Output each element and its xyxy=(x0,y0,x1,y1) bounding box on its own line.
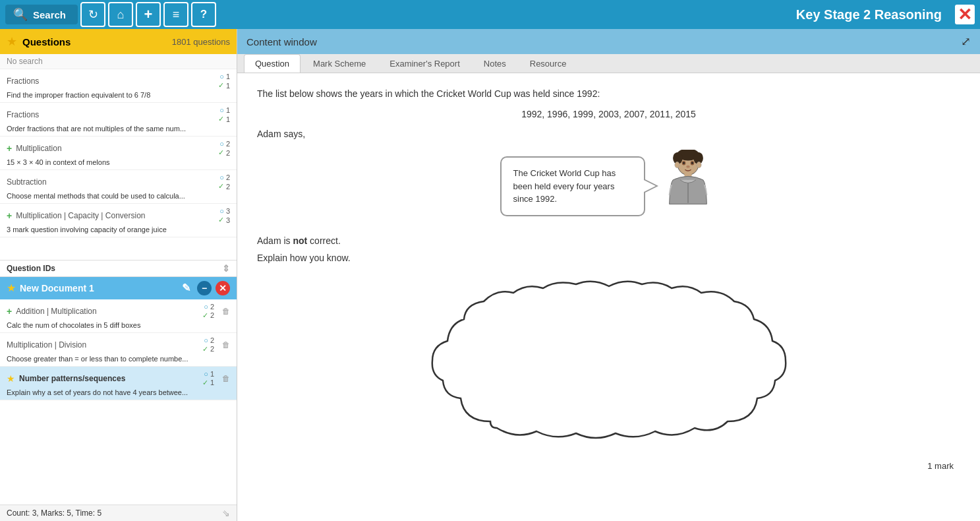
circle-count: 3 xyxy=(226,207,230,215)
delete-icon[interactable]: 🗑 xyxy=(222,374,230,383)
home-button[interactable]: ⌂ xyxy=(108,2,133,27)
check-icon: ✓ xyxy=(202,379,208,387)
circle-icon: ○ xyxy=(219,73,224,80)
add-button[interactable]: + xyxy=(136,2,161,27)
question-description: Order fractions that are not multiples o… xyxy=(7,125,230,133)
mark-row: 1 mark xyxy=(257,461,960,471)
list-item[interactable]: + Addition | Multiplication ○2 ✓2 🗑 Calc… xyxy=(0,299,237,333)
new-doc-star-icon: ★ xyxy=(7,282,16,294)
tab-notes[interactable]: Notes xyxy=(473,54,517,73)
list-item[interactable]: + Multiplication | Capacity | Conversion… xyxy=(0,204,237,237)
list-item[interactable]: + Multiplication ○2 ✓2 15 × 3 × 40 in co… xyxy=(0,137,237,170)
circle-icon: ○ xyxy=(204,336,208,344)
speech-area: The Cricket World Cup has been held ever… xyxy=(257,150,960,222)
circle-count: 2 xyxy=(210,303,214,311)
speech-bubble: The Cricket World Cup has been held ever… xyxy=(500,156,645,216)
delete-icon[interactable]: 🗑 xyxy=(222,340,230,350)
svg-point-8 xyxy=(686,166,690,168)
adam-says-text: Adam says, xyxy=(257,129,960,139)
category-label: Fractions xyxy=(7,110,39,119)
list-item[interactable]: Subtraction ○2 ✓2 Choose mental methods … xyxy=(0,170,237,204)
resize-corner[interactable]: ⇘ xyxy=(222,508,230,518)
no-search-label: No search xyxy=(0,54,237,69)
right-panel: Content window ⤢ Question Mark Scheme Ex… xyxy=(237,29,980,521)
expand-button[interactable]: ⤢ xyxy=(961,34,971,49)
category-label: Addition | Multiplication xyxy=(16,307,97,316)
category-label: Subtraction xyxy=(7,177,47,187)
adam-correct-text: Adam is not correct. xyxy=(257,235,960,246)
panel-footer: Count: 3, Marks: 5, Time: 5 ⇘ xyxy=(0,505,237,521)
list-button[interactable]: ≡ xyxy=(163,2,188,27)
category-label: Number patterns/sequences xyxy=(19,374,125,383)
edit-document-button[interactable]: ✎ xyxy=(179,281,193,295)
circle-icon: ○ xyxy=(219,106,224,114)
resize-handle[interactable]: ⇕ xyxy=(222,263,230,274)
question-ids-row: Question IDs ⇕ xyxy=(0,260,237,277)
question-intro: The list below shows the years in which … xyxy=(257,86,960,101)
svg-point-6 xyxy=(683,162,685,164)
question-ids-label: Question IDs xyxy=(7,264,55,273)
check-icon: ✓ xyxy=(202,345,208,353)
tab-question[interactable]: Question xyxy=(244,54,301,73)
circle-count: 2 xyxy=(226,140,230,148)
question-description: 3 mark question involving capacity of or… xyxy=(7,226,230,233)
plus-icon: + xyxy=(7,143,12,154)
check-count: 1 xyxy=(226,82,230,90)
circle-icon: ○ xyxy=(204,303,208,311)
check-count: 2 xyxy=(210,311,214,319)
edit-icon: ✎ xyxy=(182,282,190,294)
footer-stats: Count: 3, Marks: 5, Time: 5 xyxy=(7,508,101,518)
tab-examiners-report[interactable]: Examiner's Report xyxy=(378,54,471,73)
question-description: 15 × 3 × 40 in context of melons xyxy=(7,158,230,166)
minimize-document-button[interactable]: − xyxy=(197,281,212,295)
check-icon: ✓ xyxy=(218,182,224,191)
circle-count: 1 xyxy=(226,73,230,80)
list-item[interactable]: Fractions ○1 ✓1 Order fractions that are… xyxy=(0,103,237,137)
check-count: 2 xyxy=(226,183,230,191)
list-item[interactable]: Multiplication | Division ○2 ✓2 🗑 Choose… xyxy=(0,333,237,367)
circle-icon: ○ xyxy=(219,207,224,215)
circle-count: 1 xyxy=(210,370,214,378)
svg-point-7 xyxy=(691,162,693,164)
content-window-title: Content window xyxy=(246,36,317,47)
circle-icon: ○ xyxy=(219,173,224,181)
explain-text: Explain how you know. xyxy=(257,253,960,263)
question-years: 1992, 1996, 1999, 2003, 2007, 2011, 2015 xyxy=(257,109,960,119)
close-document-button[interactable]: ✕ xyxy=(216,281,230,295)
help-icon: ? xyxy=(200,8,207,21)
svg-point-12 xyxy=(696,162,701,168)
boy-figure xyxy=(658,150,718,222)
check-icon: ✓ xyxy=(218,81,224,90)
category-label: Multiplication | Capacity | Conversion xyxy=(16,211,145,220)
refresh-button[interactable]: ↻ xyxy=(80,2,105,27)
close-button[interactable]: ✕ xyxy=(955,5,975,24)
question-description: Explain why a set of years do not have 4… xyxy=(7,388,230,396)
circle-count: 1 xyxy=(226,106,230,114)
circle-icon: ○ xyxy=(204,370,208,378)
tab-mark-scheme[interactable]: Mark Scheme xyxy=(302,54,377,73)
category-label: Multiplication | Division xyxy=(7,340,86,350)
question-description: Calc the num of chocolates in 5 diff box… xyxy=(7,321,230,329)
questions-header: ★ Questions 1801 questions xyxy=(0,29,237,54)
check-count: 2 xyxy=(226,149,230,157)
check-count: 3 xyxy=(226,216,230,224)
help-button[interactable]: ? xyxy=(191,2,216,27)
close-doc-icon: ✕ xyxy=(219,283,227,293)
questions-list: No search Fractions ○1 ✓1 Find the impro… xyxy=(0,54,237,260)
main-layout: ★ Questions 1801 questions No search Fra… xyxy=(0,29,980,521)
check-count: 1 xyxy=(210,379,214,386)
list-item[interactable]: ★ Number patterns/sequences ○1 ✓1 🗑 Expl… xyxy=(0,367,237,400)
not-bold: not xyxy=(293,235,307,246)
new-document-title: New Document 1 xyxy=(20,283,94,293)
plus-icon: + xyxy=(7,306,12,317)
cloud-container xyxy=(257,276,960,448)
tabs-row: Question Mark Scheme Examiner's Report N… xyxy=(237,54,980,73)
tab-resource[interactable]: Resource xyxy=(519,54,578,73)
check-icon: ✓ xyxy=(218,216,224,224)
category-label: Fractions xyxy=(7,77,39,86)
questions-count: 1801 questions xyxy=(172,37,230,47)
list-item[interactable]: Fractions ○1 ✓1 Find the improper fracti… xyxy=(0,69,237,103)
search-button[interactable]: 🔍 Search xyxy=(5,5,78,24)
delete-icon[interactable]: 🗑 xyxy=(222,307,230,316)
adam-correct-pre: Adam is xyxy=(257,235,293,246)
